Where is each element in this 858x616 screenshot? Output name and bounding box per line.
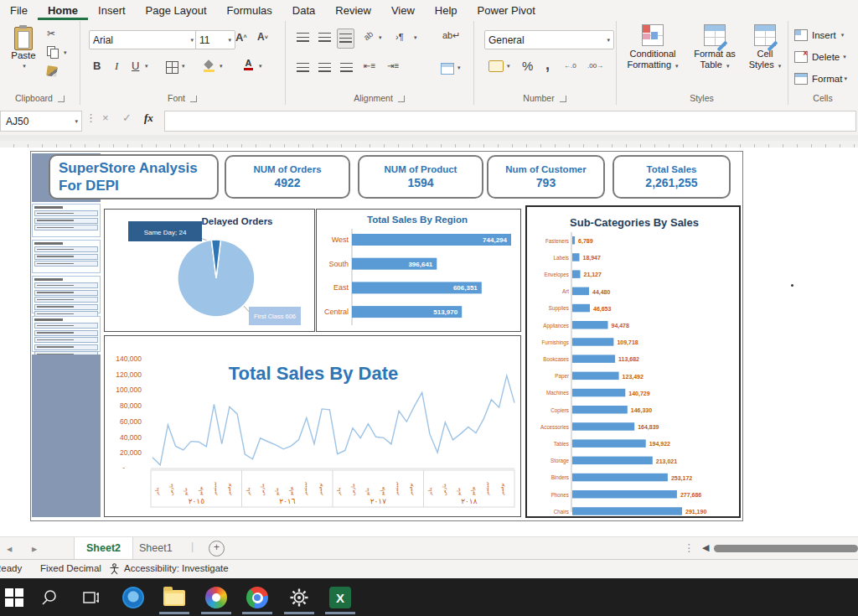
cut-icon[interactable]: ✂ [47,28,55,39]
insert-cells-button[interactable]: Insert▾ [794,29,844,41]
ribbon-tab-view[interactable]: View [381,2,425,20]
subcat-bar[interactable] [572,355,615,363]
subcat-bar[interactable] [572,372,619,380]
windows-start-icon[interactable] [2,585,27,610]
subcat-bar[interactable] [572,253,580,261]
top-align-icon[interactable] [297,33,309,42]
mini-slicer-2[interactable] [32,240,101,273]
reading-order-icon[interactable]: ›¶ [395,32,404,42]
percent-style-icon[interactable]: % [522,59,533,73]
prev-sheet-icon[interactable]: ◂ [7,542,12,555]
ribbon-tab-insert[interactable]: Insert [88,2,136,20]
enter-icon[interactable]: ✓ [122,111,132,124]
search-icon[interactable] [37,585,62,610]
wrap-text-icon[interactable]: ab↵ [442,30,460,41]
name-box[interactable]: AJ50▾ [0,111,82,132]
subcat-bar[interactable] [572,490,677,499]
status-accessibility[interactable]: Accessibility: Investigate [124,563,229,573]
sales-by-region-chart[interactable]: Total Sales By Region West 744,294South … [316,209,521,332]
scroll-left-icon[interactable]: ◀ [702,542,709,553]
task-view-icon[interactable] [79,585,104,610]
bold-button[interactable]: B [93,60,101,72]
chrome-icon[interactable] [245,585,270,610]
ribbon-tab-review[interactable]: Review [325,2,381,20]
number-dialog-launcher-icon[interactable] [560,96,566,102]
font-size-select[interactable]: 11▾ [195,30,235,49]
subcat-bar[interactable] [572,321,608,329]
subcat-bar[interactable] [572,338,613,346]
subcat-bar[interactable] [572,439,646,448]
format-cells-button[interactable]: Format▾ [794,73,847,85]
middle-align-icon[interactable] [318,33,331,42]
delayed-orders-chart[interactable]: Delayed Orders Same Day; 24 First Class … [104,209,315,332]
subcat-bar[interactable] [572,236,575,245]
borders-icon[interactable] [166,61,178,74]
ribbon-tab-file[interactable]: File [0,2,38,20]
comma-style-icon[interactable]: , [545,56,550,74]
edge-browser-icon[interactable] [204,585,229,610]
sheet-tab-sheet2[interactable]: Sheet2 [74,537,133,561]
grow-font-button[interactable]: A^ [235,31,246,44]
sheet-tab-sheet1[interactable]: Sheet1 [127,537,184,559]
sales-line[interactable] [152,375,514,465]
align-left-icon[interactable] [297,63,309,72]
horizontal-scrollbar[interactable] [714,545,858,552]
mini-slicer-1[interactable] [32,204,101,237]
subcat-bar[interactable] [572,287,589,296]
format-painter-icon[interactable] [46,65,58,77]
alignment-dialog-launcher-icon[interactable] [398,96,405,102]
subcat-bar[interactable] [572,422,634,431]
paste-button[interactable]: Paste▾ [5,27,42,70]
bottom-align-icon[interactable] [337,28,354,49]
ribbon-tab-page-layout[interactable]: Page Layout [136,2,217,20]
decrease-indent-icon[interactable]: ⇤≡ [364,61,375,70]
subcat-bar[interactable] [572,507,682,515]
align-right-icon[interactable] [340,63,353,72]
settings-icon[interactable] [287,585,312,610]
subcategories-chart[interactable]: Sub-Categories By Sales Fasteners 6,789L… [525,205,741,518]
decrease-decimal-icon[interactable]: .00→ [587,62,603,70]
increase-indent-icon[interactable]: ⇥≡ [387,61,399,70]
subcat-bar[interactable] [572,304,590,313]
accessibility-icon[interactable] [109,563,120,575]
mini-slicer-4[interactable] [32,316,101,352]
number-format-select[interactable]: General▾ [484,30,614,49]
new-sheet-button[interactable]: + [209,541,225,556]
font-dialog-launcher-icon[interactable] [190,96,197,102]
font-color-icon[interactable]: A [244,59,253,70]
subcat-bar[interactable] [572,474,668,482]
subcat-bar[interactable] [572,270,581,278]
ribbon-tab-data[interactable]: Data [282,2,325,20]
cell-styles-button[interactable]: CellStyles ▾ [735,24,795,71]
subcat-bar[interactable] [572,457,653,465]
underline-button[interactable]: U [132,60,139,72]
ribbon-tab-power-pivot[interactable]: Power Pivot [468,2,545,20]
orientation-icon[interactable]: ab [362,29,375,43]
accounting-format-icon[interactable] [488,60,504,72]
italic-button[interactable]: I [115,60,118,73]
conditional-formatting-button[interactable]: ConditionalFormatting ▾ [623,24,683,71]
clipboard-dialog-launcher-icon[interactable] [58,96,65,102]
subcat-bar[interactable] [572,406,628,414]
ribbon-tab-home[interactable]: Home [38,2,88,20]
formula-input[interactable] [164,111,856,132]
worksheet[interactable]: SuperStore Analysis For DEPI NUM of Orde… [0,148,858,536]
shrink-font-button[interactable]: A˅ [257,31,268,43]
cancel-icon[interactable]: × [102,111,109,124]
ribbon-tab-formulas[interactable]: Formulas [217,2,282,20]
file-explorer-icon[interactable] [162,585,187,610]
delete-cells-button[interactable]: Delete▾ [794,51,846,63]
scroll-options-icon[interactable]: ⋮ [684,541,695,554]
media-player-icon[interactable] [121,585,146,610]
merge-center-icon[interactable] [441,63,454,75]
excel-icon[interactable]: X [328,585,353,610]
increase-decimal-icon[interactable]: ←.0 [564,62,576,70]
fill-color-icon[interactable] [204,61,214,72]
font-name-select[interactable]: Arial▾ [89,30,198,49]
next-sheet-icon[interactable]: ▸ [32,542,37,555]
align-center-icon[interactable] [318,63,331,72]
mini-slicer-3[interactable] [32,276,101,313]
insert-function-icon[interactable]: fx [144,111,153,125]
ribbon-tab-help[interactable]: Help [425,2,468,20]
sales-by-date-chart[interactable]: Total Sales By Date 140,000120,000100,00… [104,335,521,517]
